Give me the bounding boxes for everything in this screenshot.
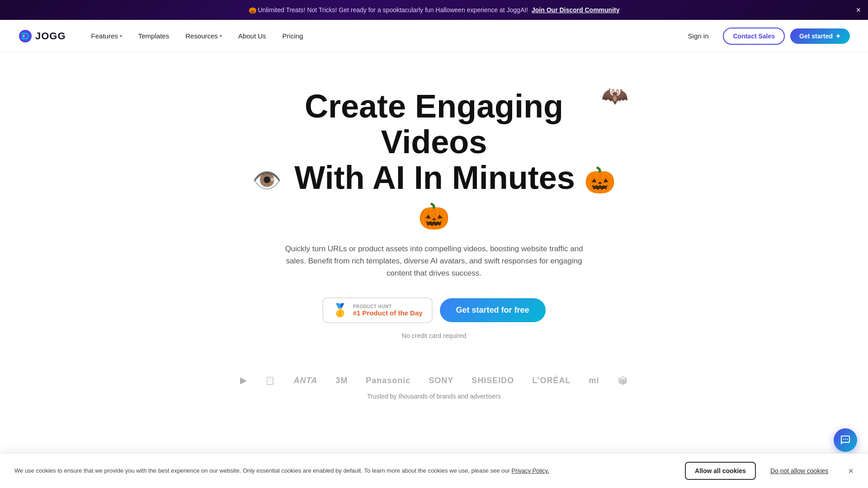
contact-sales-button[interactable]: Contact Sales — [723, 28, 785, 45]
product-hunt-text: PRODUCT HUNT #1 Product of the Day — [353, 304, 422, 317]
no-credit-text: No credit card required — [249, 332, 619, 339]
brands-caption: Trusted by thousands of brands and adver… — [0, 393, 868, 400]
brands-section: ▶ 📋 ANTA 3M Panasonic SONY SHISEIDO L'OR… — [0, 366, 868, 418]
logo-icon — [18, 29, 33, 43]
nav-label-features: Features — [91, 32, 118, 40]
chevron-down-icon-2: ▾ — [220, 33, 222, 38]
brand-logo-1: ▶ — [240, 375, 247, 385]
product-hunt-rank: #1 Product of the Day — [353, 309, 422, 317]
hero-title-line1: Create Engaging Videos 🦇 — [249, 89, 619, 160]
nav-label-templates: Templates — [138, 32, 169, 40]
product-hunt-label: PRODUCT HUNT — [353, 304, 422, 309]
get-started-label: Get started — [799, 33, 833, 40]
brand-logo-shiseido: SHISEIDO — [472, 376, 514, 385]
nav-label-pricing: Pricing — [283, 32, 303, 40]
navbar: JOGG Features ▾ Templates Resources ▾ Ab… — [0, 20, 868, 52]
cta-get-started-button[interactable]: Get started for free — [440, 298, 546, 322]
brand-logos-row: ▶ 📋 ANTA 3M Panasonic SONY SHISEIDO L'OR… — [0, 375, 868, 385]
nav-actions: Sign in Contact Sales Get started ✦ — [679, 28, 850, 45]
logo-text: JOGG — [35, 30, 66, 42]
banner-text: 🎃 Unlimited Treats! Not Tricks! Get read… — [249, 6, 528, 14]
brand-logo-mi: mi — [589, 376, 599, 385]
svg-point-0 — [19, 30, 32, 42]
nav-item-templates[interactable]: Templates — [131, 28, 176, 43]
pumpkin-icon: 🎃🎃 — [418, 166, 616, 230]
nav-item-pricing[interactable]: Pricing — [275, 28, 311, 43]
get-started-button[interactable]: Get started ✦ — [790, 28, 850, 44]
nav-label-about: About Us — [238, 32, 266, 40]
brand-logo-loreal: L'ORÉAL — [532, 376, 571, 385]
signin-button[interactable]: Sign in — [679, 28, 718, 43]
hero-title: Create Engaging Videos 🦇 👁️ With AI In M… — [249, 89, 619, 232]
top-banner: 🎃 Unlimited Treats! Not Tricks! Get read… — [0, 0, 868, 20]
hero-subtitle: Quickly turn URLs or product assets into… — [276, 243, 592, 280]
brand-logo-box: 📦 — [618, 375, 628, 385]
chevron-down-icon: ▾ — [120, 33, 122, 38]
nav-label-resources: Resources — [185, 32, 218, 40]
hero-section: Create Engaging Videos 🦇 👁️ With AI In M… — [0, 52, 868, 418]
banner-discord-link[interactable]: Join Our Discord Community — [532, 6, 619, 14]
nav-links: Features ▾ Templates Resources ▾ About U… — [84, 28, 679, 43]
brand-logo-panasonic: Panasonic — [366, 376, 410, 385]
banner-close-button[interactable]: × — [856, 5, 861, 15]
logo[interactable]: JOGG — [18, 29, 66, 43]
hero-title-line2: 👁️ With AI In Minutes 🎃🎃 — [249, 160, 619, 231]
cta-row: 🥇 PRODUCT HUNT #1 Product of the Day Get… — [249, 297, 619, 323]
brand-logo-2: 📋 — [265, 375, 275, 385]
nav-item-about[interactable]: About Us — [231, 28, 274, 43]
nav-item-features[interactable]: Features ▾ — [84, 28, 129, 43]
bat-icon: 🦇 — [601, 84, 628, 108]
sparkle-icon: ✦ — [835, 33, 841, 40]
brand-logo-3m: 3M — [335, 376, 348, 385]
brand-logo-sony: SONY — [429, 376, 453, 385]
product-hunt-badge[interactable]: 🥇 PRODUCT HUNT #1 Product of the Day — [322, 297, 432, 323]
brand-logo-anta: ANTA — [293, 376, 317, 385]
nav-item-resources[interactable]: Resources ▾ — [178, 28, 229, 43]
medal-icon: 🥇 — [332, 303, 348, 318]
hero-content: Create Engaging Videos 🦇 👁️ With AI In M… — [231, 52, 637, 366]
eye-icon: 👁️ — [252, 167, 282, 193]
